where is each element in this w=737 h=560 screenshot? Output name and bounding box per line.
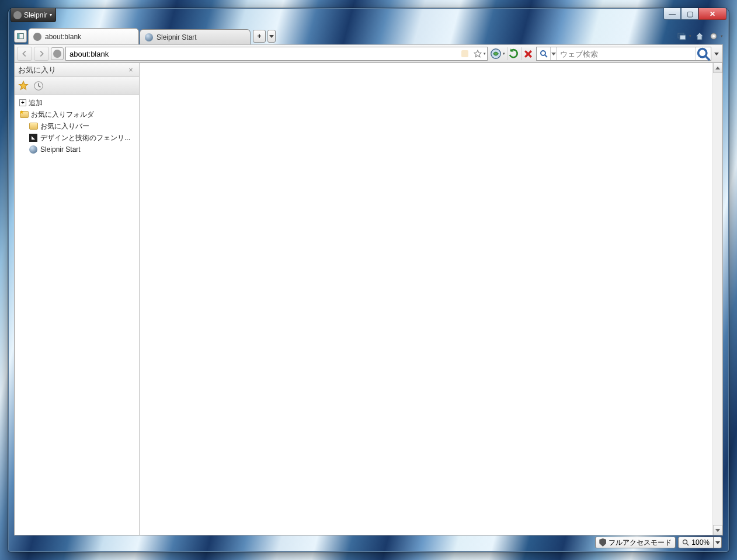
app-window: Sleipnir ▾ — ▢ ✕ about:blank Sleipnir St… bbox=[8, 8, 729, 552]
app-menu-button[interactable]: Sleipnir ▾ bbox=[11, 8, 56, 22]
svg-rect-1 bbox=[18, 34, 20, 39]
favorites-bar-folder[interactable]: お気に入りバー bbox=[16, 120, 138, 132]
favorites-tree[interactable]: + 追加 お気に入りフォルダ お気に入りバー デザインと技術のフェンリ... bbox=[15, 95, 139, 535]
scroll-up-button[interactable] bbox=[713, 63, 722, 73]
vertical-scrollbar[interactable] bbox=[712, 63, 722, 535]
feed-button[interactable] bbox=[459, 48, 471, 60]
magnifier-icon bbox=[682, 539, 689, 546]
favorites-folder-row[interactable]: お気に入りフォルダ bbox=[16, 109, 138, 120]
home-icon bbox=[695, 32, 704, 41]
search-icon bbox=[696, 47, 711, 61]
security-mode-chip[interactable]: フルアクセスモード bbox=[595, 537, 676, 548]
tab-label: about:blank bbox=[45, 33, 133, 41]
stop-icon bbox=[522, 48, 534, 60]
favorites-tab[interactable] bbox=[18, 81, 29, 91]
address-bar-controls: ▾ bbox=[459, 48, 486, 60]
compatibility-button[interactable] bbox=[489, 47, 502, 60]
tab-list-button[interactable] bbox=[267, 30, 276, 43]
svg-point-10 bbox=[698, 48, 707, 57]
item-label: デザインと技術のフェンリ... bbox=[40, 133, 130, 143]
svg-line-11 bbox=[705, 56, 710, 60]
window-titlebar[interactable]: Sleipnir ▾ — ▢ ✕ bbox=[8, 8, 729, 27]
chevron-down-icon bbox=[714, 53, 719, 55]
chevron-down-icon[interactable]: ▾ bbox=[484, 51, 486, 56]
chevron-down-icon bbox=[269, 35, 274, 38]
maximize-button[interactable]: ▢ bbox=[681, 8, 698, 20]
arrow-right-icon bbox=[37, 50, 46, 58]
folder-label: お気に入りフォルダ bbox=[31, 110, 94, 120]
svg-point-13 bbox=[683, 540, 687, 544]
tab-label: Sleipnir Start bbox=[157, 33, 244, 41]
site-identity-button[interactable] bbox=[51, 47, 64, 60]
url-input[interactable] bbox=[69, 50, 459, 58]
new-tab-button[interactable]: + bbox=[253, 30, 266, 43]
globe-icon bbox=[145, 33, 153, 41]
chevron-down-icon[interactable]: ▾ bbox=[689, 34, 691, 39]
toolbar-overflow-button[interactable] bbox=[713, 53, 720, 55]
bookmark-star-button[interactable] bbox=[472, 48, 484, 60]
svg-line-14 bbox=[687, 544, 689, 545]
close-icon: × bbox=[128, 66, 133, 74]
bookmark-item-sleipnir-start[interactable]: Sleipnir Start bbox=[16, 144, 138, 155]
zoom-level-label: 100% bbox=[691, 538, 710, 547]
search-submit-button[interactable] bbox=[696, 47, 711, 60]
search-box[interactable] bbox=[536, 47, 711, 61]
page-icon bbox=[29, 133, 38, 142]
sidebar-tabs bbox=[15, 77, 139, 95]
forward-button[interactable] bbox=[34, 47, 49, 61]
stop-button[interactable] bbox=[522, 47, 534, 60]
folder-icon bbox=[29, 121, 38, 131]
navigation-toolbar: ▾ ▾ bbox=[14, 44, 723, 63]
item-label: Sleipnir Start bbox=[40, 145, 81, 154]
svg-point-5 bbox=[712, 35, 715, 37]
add-bookmark-row[interactable]: + 追加 bbox=[16, 97, 138, 109]
reload-button[interactable] bbox=[507, 47, 520, 60]
star-icon bbox=[474, 50, 482, 58]
zoom-dropdown-button[interactable] bbox=[714, 537, 722, 548]
globe-icon bbox=[29, 145, 38, 154]
app-menu-label: Sleipnir bbox=[24, 11, 47, 19]
chevron-up-icon bbox=[715, 67, 720, 69]
chevron-down-icon: ▾ bbox=[50, 12, 52, 18]
panel-left-icon bbox=[17, 33, 24, 40]
favorites-sidebar: お気に入り × + 追加 お気に入りフォルダ bbox=[15, 63, 140, 535]
chevron-down-icon[interactable]: ▾ bbox=[503, 51, 505, 56]
sidebar-close-button[interactable]: × bbox=[126, 65, 135, 75]
history-tab[interactable] bbox=[33, 81, 44, 91]
back-button[interactable] bbox=[17, 47, 32, 61]
folder-star-icon bbox=[19, 110, 29, 119]
minimize-button[interactable]: — bbox=[663, 8, 681, 20]
star-icon bbox=[18, 81, 29, 91]
sidebar-toggle-button[interactable] bbox=[14, 30, 27, 43]
security-mode-label: フルアクセスモード bbox=[609, 538, 672, 548]
home-button[interactable] bbox=[694, 30, 705, 42]
sleipnir-logo-icon bbox=[13, 11, 22, 19]
address-bar[interactable]: ▾ bbox=[65, 47, 488, 61]
windows-icon bbox=[677, 32, 687, 41]
close-icon: ✕ bbox=[710, 10, 715, 18]
close-button[interactable]: ✕ bbox=[698, 8, 726, 20]
tabbar-right-tools: ▾ ▾ bbox=[676, 30, 723, 42]
search-engine-dropdown[interactable] bbox=[551, 47, 557, 60]
scroll-down-button[interactable] bbox=[713, 525, 722, 535]
add-label: 追加 bbox=[29, 98, 43, 108]
settings-button[interactable] bbox=[708, 30, 719, 42]
search-icon bbox=[540, 50, 548, 58]
bookmark-item-fenrir[interactable]: デザインと技術のフェンリ... bbox=[16, 132, 138, 144]
tab-about-blank[interactable]: about:blank bbox=[28, 28, 139, 44]
zoom-chip[interactable]: 100% bbox=[678, 537, 714, 548]
search-input[interactable] bbox=[557, 50, 696, 58]
tab-sleipnir-start[interactable]: Sleipnir Start bbox=[140, 29, 251, 44]
page-content[interactable] bbox=[140, 63, 722, 535]
plus-box-icon: + bbox=[19, 99, 26, 106]
tab-bar: about:blank Sleipnir Start + ▾ ▾ bbox=[14, 27, 723, 44]
chevron-down-icon bbox=[715, 541, 720, 544]
window-controls: — ▢ ✕ bbox=[663, 8, 726, 20]
window-manager-button[interactable] bbox=[676, 30, 688, 42]
svg-point-8 bbox=[541, 51, 545, 55]
search-engine-button[interactable] bbox=[537, 47, 551, 60]
shield-icon bbox=[599, 538, 606, 547]
sidebar-title: お気に入り bbox=[18, 65, 126, 75]
chevron-down-icon[interactable]: ▾ bbox=[721, 34, 723, 39]
svg-rect-6 bbox=[461, 50, 468, 57]
